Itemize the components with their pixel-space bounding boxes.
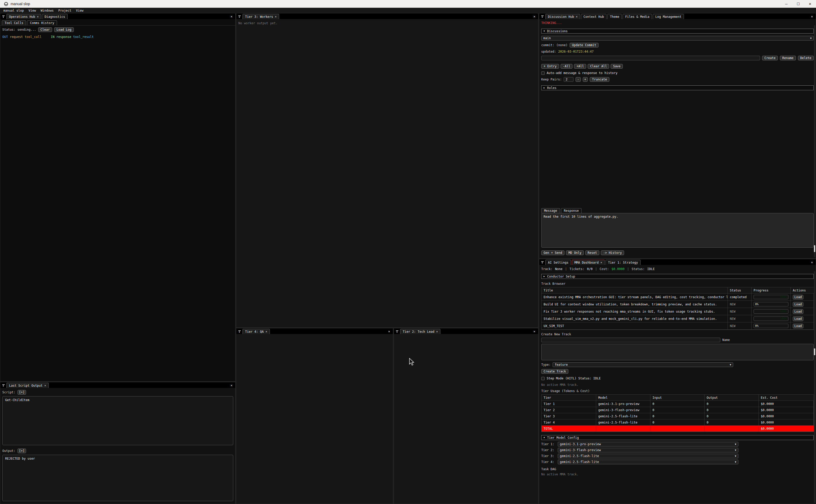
clear-button[interactable]: Clear (38, 27, 52, 32)
tier-model-config-section-header[interactable]: ▼ Tier Model Config (541, 435, 814, 440)
panel-menu-icon[interactable]: ▼ (394, 329, 400, 334)
tab-tier2-techlead[interactable]: Tier 2: Tech Lead ✕ (400, 329, 440, 334)
save-button[interactable]: Save (611, 64, 623, 69)
collapse-all-button[interactable]: -All (561, 64, 573, 69)
subtab-comms-history[interactable]: Comms History (27, 20, 57, 25)
keep-pairs-plus-button[interactable]: + (583, 77, 588, 82)
reset-button[interactable]: Reset (585, 250, 599, 255)
gen-send-button[interactable]: Gen + Send (541, 250, 564, 255)
md-only-button[interactable]: MD Only (566, 250, 584, 255)
load-button[interactable]: Load (793, 309, 803, 314)
tier1-model-select[interactable]: gemini-3.1-pro-preview ▼ (558, 442, 738, 446)
discussions-section-header[interactable]: ▼ Discussions (541, 29, 814, 34)
clear-all-button[interactable]: Clear All (588, 64, 609, 69)
update-commit-button[interactable]: Update Commit (570, 43, 599, 47)
tab-close-icon[interactable]: ✕ (265, 330, 267, 333)
panel-close-icon[interactable]: ✕ (228, 383, 235, 388)
keep-pairs-minus-button[interactable]: - (576, 77, 580, 82)
table-row[interactable]: Enhance existing MMA orchestration GUI: … (542, 294, 813, 301)
add-entry-button[interactable]: + Entry (541, 64, 559, 69)
tab-theme[interactable]: Theme (607, 14, 622, 19)
message-textarea[interactable]: Read the first 10 lines of aggregate.py. (541, 213, 814, 248)
tab-files-media[interactable]: Files & Media (623, 14, 652, 19)
create-button[interactable]: Create (762, 56, 778, 60)
conductor-setup-section-header[interactable]: ▶ Conductor Setup (541, 274, 814, 279)
keep-pairs-input[interactable]: 2 (564, 77, 573, 82)
tier3-model-select[interactable]: gemini-2.5-flash-lite ▼ (558, 454, 738, 458)
panel-menu-icon[interactable]: ▼ (539, 14, 545, 19)
tab-close-icon[interactable]: ✕ (275, 15, 277, 18)
discussion-select[interactable]: main ▼ (541, 36, 814, 40)
menu-item-view[interactable]: View (28, 9, 36, 12)
panel-close-icon[interactable]: ✕ (531, 14, 538, 19)
menu-item-windows[interactable]: Windows (40, 9, 54, 12)
track-type-select[interactable]: feature ▼ (553, 362, 733, 367)
table-row[interactable]: Build UI for context window utilization,… (542, 301, 813, 308)
tab-close-icon[interactable]: ✕ (37, 15, 39, 18)
panel-close-icon[interactable]: ✕ (808, 14, 816, 19)
tab-operations-hub[interactable]: Operations Hub ✕ (6, 14, 41, 19)
tier2-model-select[interactable]: gemini-3-flash-preview ▼ (558, 448, 738, 452)
load-button[interactable]: Load (793, 324, 803, 328)
subtab-message[interactable]: Message (541, 208, 560, 213)
tab-discussion-hub[interactable]: Discussion Hub ✕ (545, 14, 580, 19)
menu-item-view-2[interactable]: View (76, 9, 84, 12)
panel-menu-icon[interactable]: ▼ (236, 329, 243, 334)
delete-button[interactable]: Delete (798, 56, 814, 60)
panel-close-icon[interactable]: ✕ (808, 260, 816, 265)
script-expand-button[interactable]: [+] (18, 390, 26, 395)
step-mode-checkbox[interactable] (541, 377, 545, 380)
table-row[interactable]: Stabilize visual_sim_mma_v2.py and mock_… (542, 315, 813, 322)
scrollbar[interactable] (814, 271, 815, 503)
panel-close-icon[interactable]: ✕ (531, 329, 538, 334)
maximize-icon[interactable]: ☐ (792, 0, 804, 8)
track-name-input[interactable] (541, 338, 720, 342)
subtab-tool-calls[interactable]: Tool Calls (2, 20, 26, 25)
tab-close-icon[interactable]: ✕ (436, 330, 438, 333)
scrollbar-thumb[interactable] (814, 348, 815, 355)
auto-add-checkbox[interactable] (541, 71, 545, 75)
panel-close-icon[interactable]: ✕ (228, 14, 235, 19)
panel-menu-icon[interactable]: ▼ (0, 14, 6, 19)
tab-close-icon[interactable]: ✕ (44, 384, 46, 387)
create-track-button[interactable]: Create Track (541, 369, 568, 374)
table-row[interactable]: Fix Tier 3 worker responses not reaching… (542, 308, 813, 315)
tab-last-script-output[interactable]: Last Script Output ✕ (6, 383, 49, 388)
panel-menu-icon[interactable]: ▼ (539, 260, 545, 265)
load-button[interactable]: Load (793, 316, 803, 321)
discussion-name-input[interactable] (541, 56, 760, 60)
tool-call-log-entry[interactable]: OUT request tool_call IN response tool_r… (2, 35, 233, 39)
tab-diagnostics[interactable]: Diagnostics (42, 14, 68, 19)
scrollbar-thumb[interactable] (814, 245, 815, 252)
truncate-button[interactable]: Truncate (590, 77, 609, 82)
script-content-box[interactable]: Get-ChildItem (2, 396, 233, 445)
load-button[interactable]: Load (793, 295, 803, 299)
close-icon[interactable]: ✕ (804, 0, 816, 8)
panel-menu-icon[interactable]: ▼ (0, 383, 6, 388)
tier4-model-select[interactable]: gemini-2.5-flash-lite ▼ (558, 460, 738, 464)
rename-button[interactable]: Rename (780, 56, 796, 60)
tab-context-hub[interactable]: Context Hub (581, 14, 607, 19)
expand-all-button[interactable]: +All (574, 64, 586, 69)
minimize-icon[interactable]: ─ (780, 0, 792, 8)
output-expand-button[interactable]: [+] (18, 449, 26, 453)
table-row[interactable]: UX_SIM_TEST NEW 0% Load (542, 322, 813, 330)
to-history-button[interactable]: -> History (601, 250, 624, 255)
scrollbar[interactable] (814, 25, 815, 257)
tab-tier4-qa[interactable]: Tier 4: QA ✕ (243, 329, 270, 334)
menu-item-manual-slop[interactable]: manual slop (3, 9, 24, 12)
track-description-textarea[interactable] (541, 344, 814, 360)
panel-close-icon[interactable]: ✕ (385, 329, 393, 334)
tab-tier3-workers[interactable]: Tier 3: Workers ✕ (243, 14, 279, 19)
load-button[interactable]: Load (793, 302, 803, 307)
output-content-box[interactable]: REJECTED by user (2, 455, 233, 501)
menu-item-project[interactable]: Project (58, 9, 72, 12)
load-log-button[interactable]: Load Log (54, 27, 74, 32)
tab-ai-settings[interactable]: AI Settings (545, 260, 571, 265)
tab-close-icon[interactable]: ✕ (576, 15, 578, 18)
tab-close-icon[interactable]: ✕ (600, 261, 602, 264)
panel-menu-icon[interactable]: ▼ (236, 14, 243, 19)
tab-mma-dashboard[interactable]: MMA Dashboard ✕ (572, 260, 605, 265)
tab-tier1-strategy[interactable]: Tier 1: Strategy (605, 260, 641, 265)
tab-log-management[interactable]: Log Management (653, 14, 684, 19)
